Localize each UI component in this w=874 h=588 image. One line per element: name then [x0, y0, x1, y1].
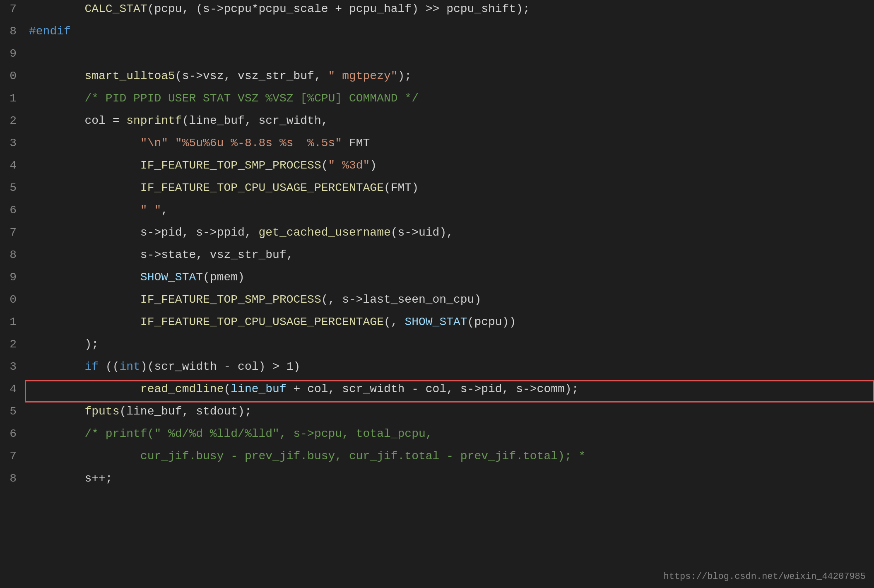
line-content: SHOW_STAT(pmem) [25, 268, 874, 286]
code-line: 5 IF_FEATURE_TOP_CPU_USAGE_PERCENTAGE(FM… [0, 179, 874, 201]
code-line: 2 col = snprintf(line_buf, scr_width, [0, 112, 874, 134]
token: FMT [342, 137, 370, 149]
token [29, 405, 84, 418]
line-content: s->pid, s->ppid, get_cached_username(s->… [25, 224, 874, 241]
code-line: 9 SHOW_STAT(pmem) [0, 268, 874, 291]
token: (s->vsz, vsz_str_buf, [175, 70, 328, 82]
token: " %3d" [328, 159, 370, 172]
line-number: 9 [0, 268, 25, 286]
token [29, 92, 84, 105]
token [29, 427, 84, 440]
code-line: 7 cur_jif.busy - prev_jif.busy, cur_jif.… [0, 447, 874, 470]
token: (FMT) [384, 181, 419, 194]
line-content: col = snprintf(line_buf, scr_width, [25, 112, 874, 130]
token: fputs [84, 405, 119, 418]
line-content [25, 45, 874, 63]
line-number: 8 [0, 470, 25, 487]
token: IF_FEATURE_TOP_CPU_USAGE_PERCENTAGE [140, 316, 384, 328]
token [29, 316, 140, 328]
line-number: 5 [0, 402, 25, 420]
code-line: 3 "\n" "%5u%6u %-8.8s %s %.5s" FMT [0, 134, 874, 157]
line-number: 2 [0, 112, 25, 130]
token: cur_jif.busy - prev_jif.busy, cur_jif.to… [140, 450, 585, 463]
line-content: IF_FEATURE_TOP_SMP_PROCESS(" %3d") [25, 157, 874, 174]
token: read_cmdline [140, 383, 224, 395]
token: if [84, 360, 99, 373]
token: IF_FEATURE_TOP_CPU_USAGE_PERCENTAGE [140, 181, 384, 194]
line-number: 0 [0, 67, 25, 85]
code-line: 6 /* printf(" %d/%d %lld/%lld", s->pcpu,… [0, 425, 874, 447]
token: (line_buf, stdout); [119, 405, 251, 418]
code-line: 3 if ((int)(scr_width - col) > 1) [0, 358, 874, 380]
line-number: 1 [0, 89, 25, 107]
code-line: 4 IF_FEATURE_TOP_SMP_PROCESS(" %3d") [0, 157, 874, 179]
line-number: 6 [0, 201, 25, 219]
line-content: #endif [25, 22, 874, 40]
token [29, 383, 140, 395]
code-line: 5 fputs(line_buf, stdout); [0, 402, 874, 425]
token [29, 70, 84, 82]
code-line: 8 s->state, vsz_str_buf, [0, 246, 874, 268]
code-line: 1 /* PID PPID USER STAT VSZ %VSZ [%CPU] … [0, 89, 874, 112]
line-content: /* PID PPID USER STAT VSZ %VSZ [%CPU] CO… [25, 89, 874, 107]
token: " mgtpezy" [328, 70, 398, 82]
token: (, s->last_seen_on_cpu) [321, 293, 481, 306]
token: int [119, 360, 140, 373]
line-content: fputs(line_buf, stdout); [25, 402, 874, 420]
token: col = [29, 114, 126, 127]
token: IF_FEATURE_TOP_SMP_PROCESS [140, 293, 321, 306]
token: /* printf(" %d/%d %lld/%lld", s->pcpu, t… [84, 427, 432, 440]
token: ); [29, 338, 99, 351]
line-number: 1 [0, 313, 25, 331]
line-number: 7 [0, 0, 25, 18]
token: ( [321, 159, 328, 172]
code-line: 9 [0, 45, 874, 67]
line-number: 8 [0, 246, 25, 264]
token: " " [140, 204, 161, 217]
token: (, [384, 316, 404, 328]
line-content: read_cmdline(line_buf + col, scr_width -… [25, 380, 874, 398]
token: /* PID PPID USER STAT VSZ %VSZ [%CPU] CO… [84, 92, 419, 105]
code-line: 7 CALC_STAT(pcpu, (s->pcpu*pcpu_scale + … [0, 0, 874, 22]
url-bar: https://blog.csdn.net/weixin_44207985 [664, 570, 866, 584]
line-content: smart_ulltoa5(s->vsz, vsz_str_buf, " mgt… [25, 67, 874, 85]
token: , [161, 204, 168, 217]
line-content: " ", [25, 201, 874, 219]
token: (pcpu, (s->pcpu*pcpu_scale + pcpu_half) … [147, 2, 530, 15]
line-number: 3 [0, 358, 25, 376]
line-content: IF_FEATURE_TOP_CPU_USAGE_PERCENTAGE(FMT) [25, 179, 874, 197]
line-number: 4 [0, 157, 25, 174]
line-content: IF_FEATURE_TOP_CPU_USAGE_PERCENTAGE(, SH… [25, 313, 874, 331]
line-number: 8 [0, 22, 25, 40]
token: ( [224, 383, 231, 395]
token: IF_FEATURE_TOP_SMP_PROCESS [140, 159, 321, 172]
code-line: 0 IF_FEATURE_TOP_SMP_PROCESS(, s->last_s… [0, 291, 874, 313]
token [29, 137, 140, 149]
line-content: s++; [25, 470, 874, 487]
code-line: 6 " ", [0, 201, 874, 224]
token: smart_ulltoa5 [84, 70, 175, 82]
line-number: 7 [0, 224, 25, 241]
token: s->pid, s->ppid, [29, 226, 259, 239]
token: (pmem) [203, 271, 245, 284]
code-line: 1 IF_FEATURE_TOP_CPU_USAGE_PERCENTAGE(, … [0, 313, 874, 335]
token: ); [398, 70, 412, 82]
line-content: "\n" "%5u%6u %-8.8s %s %.5s" FMT [25, 134, 874, 152]
token: s++; [29, 472, 113, 485]
line-number: 7 [0, 447, 25, 465]
token [29, 293, 140, 306]
token: "\n" "%5u%6u %-8.8s %s %.5s" [140, 137, 342, 149]
token: (pcpu)) [467, 316, 516, 328]
line-content: s->state, vsz_str_buf, [25, 246, 874, 264]
line-content: /* printf(" %d/%d %lld/%lld", s->pcpu, t… [25, 425, 874, 443]
token: #endif [29, 25, 71, 38]
code-line: 4 read_cmdline(line_buf + col, scr_width… [0, 380, 874, 402]
token: get_cached_username [259, 226, 391, 239]
token: (line_buf, scr_width, [182, 114, 328, 127]
token [29, 450, 140, 463]
token: s->state, vsz_str_buf, [29, 248, 294, 261]
line-content: IF_FEATURE_TOP_SMP_PROCESS(, s->last_see… [25, 291, 874, 308]
line-number: 9 [0, 45, 25, 63]
line-number: 4 [0, 380, 25, 398]
line-content: cur_jif.busy - prev_jif.busy, cur_jif.to… [25, 447, 874, 465]
